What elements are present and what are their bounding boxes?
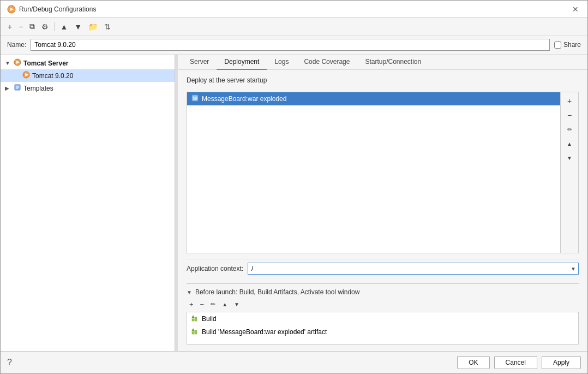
settings-button[interactable]: ⚙ [39,21,51,33]
tomcat-server-icon [14,58,21,68]
tab-code-coverage[interactable]: Code Coverage [296,55,357,70]
list-side-buttons: + − ✏ ▲ ▼ [560,92,578,253]
share-checkbox[interactable] [554,41,561,49]
dialog-title: Run/Debug Configurations [19,5,96,13]
tab-startup-connection[interactable]: Startup/Connection [357,55,429,70]
before-launch-toolbar: + − ✏ ▲ ▼ [187,299,579,310]
bl-remove-button[interactable]: − [197,299,207,310]
bl-up-button[interactable]: ▲ [219,299,230,310]
deploy-section-label: Deploy at the server startup [187,76,579,84]
bl-build-icon [191,314,199,323]
expand-arrow-templates: ▶ [5,85,11,91]
deploy-down-button[interactable]: ▼ [562,151,577,164]
deploy-list-container: W MessageBoard:war exploded + − ✏ ▲ ▼ [187,92,579,253]
footer-buttons: ? OK Cancel Apply [1,351,587,373]
templates-label: Templates [23,85,53,92]
sidebar-item-tomcat-server[interactable]: ▼ Tomcat Server [1,57,175,69]
share-checkbox-label: Share [554,41,581,49]
before-launch-list: Build Build 'MessageBoard:war exploded' [187,312,579,345]
title-bar-left: Run/Debug Configurations [7,5,96,14]
deploy-remove-button[interactable]: − [562,109,577,122]
title-bar: Run/Debug Configurations ✕ [1,1,587,18]
tabs-bar: Server Deployment Logs Code Coverage Sta… [178,55,587,70]
bl-build-artifact-icon [191,328,199,336]
sidebar: ▼ Tomcat Server Tomcat 9.0.20 [1,55,175,351]
deploy-edit-button[interactable]: ✏ [562,123,577,136]
right-panel: Server Deployment Logs Code Coverage Sta… [178,55,587,351]
deploy-up-button[interactable]: ▲ [562,137,577,150]
name-label: Name: [7,41,26,49]
tab-server[interactable]: Server [182,55,217,70]
templates-icon [14,84,21,93]
cancel-button[interactable]: Cancel [494,356,537,369]
deploy-list: W MessageBoard:war exploded [187,92,560,253]
before-launch-header: ▼ Before launch: Build, Build Artifacts,… [187,288,579,296]
apply-button[interactable]: Apply [542,356,581,369]
run-debug-configurations-dialog: Run/Debug Configurations ✕ + − ⧉ ⚙ ▲ ▼ 📁… [0,0,588,374]
tomcat-server-label: Tomcat Server [23,60,68,67]
bl-down-button[interactable]: ▼ [231,299,242,310]
copy-config-button[interactable]: ⧉ [27,20,38,33]
svg-text:W: W [193,96,197,101]
svg-marker-14 [191,315,195,318]
expand-arrow: ▼ [5,60,11,66]
tomcat-9020-icon [22,71,30,80]
name-row: Name: Share [1,35,587,55]
move-down-button[interactable]: ▼ [71,21,85,33]
before-launch-section: ▼ Before launch: Build, Build Artifacts,… [187,283,579,345]
tab-deployment[interactable]: Deployment [217,55,267,70]
bl-item-build[interactable]: Build [187,312,578,325]
bl-item-build-artifact[interactable]: Build 'MessageBoard:war exploded' artifa… [187,325,578,339]
deploy-item-icon: W [191,94,199,103]
sort-button[interactable]: ⇅ [101,21,113,33]
before-launch-collapse-arrow[interactable]: ▼ [187,289,192,295]
deployment-panel: Deploy at the server startup W MessageBo… [178,70,587,351]
main-toolbar: + − ⧉ ⚙ ▲ ▼ 📁 ⇅ [1,18,587,35]
sidebar-item-tomcat-9020[interactable]: Tomcat 9.0.20 [1,69,175,82]
svg-rect-16 [195,330,197,334]
toolbar-divider [54,22,55,31]
tab-logs[interactable]: Logs [267,55,296,70]
bl-edit-button[interactable]: ✏ [208,299,218,310]
remove-config-button[interactable]: − [16,21,26,33]
sidebar-item-templates[interactable]: ▶ Templates [1,82,175,94]
name-input[interactable] [31,39,550,51]
deploy-add-button[interactable]: + [562,94,577,108]
main-content: ▼ Tomcat Server Tomcat 9.0.20 [1,55,587,351]
ok-button[interactable]: OK [457,356,489,369]
deploy-item-messageboard[interactable]: W MessageBoard:war exploded [187,92,560,105]
app-context-dropdown-arrow[interactable]: ▼ [568,266,578,272]
move-to-button[interactable]: 📁 [86,21,100,33]
app-context-input[interactable] [248,264,568,274]
close-button[interactable]: ✕ [570,4,581,15]
bl-build-artifact-label: Build 'MessageBoard:war exploded' artifa… [202,328,327,336]
app-context-wrapper: ▼ [248,263,579,275]
before-launch-title: Before launch: Build, Build Artifacts, A… [195,288,360,296]
move-up-button[interactable]: ▲ [57,21,70,33]
bl-build-label: Build [202,315,217,323]
app-context-label: Application context: [187,265,243,272]
svg-rect-12 [192,319,194,321]
deploy-item-label: MessageBoard:war exploded [202,95,286,103]
tomcat-9020-label: Tomcat 9.0.20 [32,72,73,80]
svg-marker-17 [191,328,195,331]
bl-add-button[interactable]: + [187,299,196,310]
svg-rect-15 [192,332,194,334]
add-config-button[interactable]: + [5,21,15,33]
app-context-row: Application context: ▼ [187,259,579,278]
svg-rect-13 [195,317,197,321]
run-debug-icon [7,5,16,14]
help-icon[interactable]: ? [7,358,12,367]
